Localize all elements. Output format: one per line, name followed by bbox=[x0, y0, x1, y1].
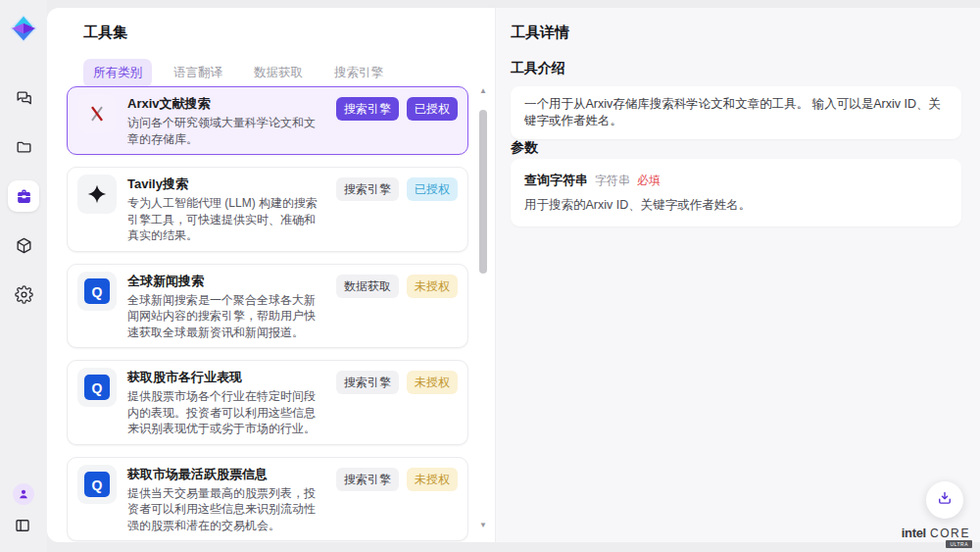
sidebar-item-folders[interactable] bbox=[8, 131, 39, 163]
intel-wordmark: intel bbox=[902, 526, 926, 540]
q-news-logo-icon: Q bbox=[77, 368, 117, 407]
intro-card: 一个用于从Arxiv存储库搜索科学论文和文章的工具。 输入可以是Arxiv ID… bbox=[511, 86, 961, 139]
tool-card-description: 全球新闻搜索是一个聚合全球各大新闻网站内容的搜索引擎，帮助用户快速获取全球最新资… bbox=[127, 292, 325, 341]
sidebar-bottom bbox=[13, 483, 34, 536]
tag-amber: 未授权 bbox=[407, 468, 458, 491]
tool-card-tags: 搜索引擎未授权 bbox=[336, 465, 458, 534]
intro-text: 一个用于从Arxiv存储库搜索科学论文和文章的工具。 输入可以是Arxiv ID… bbox=[524, 97, 941, 127]
chat-icon bbox=[15, 89, 33, 108]
tool-details-panel: 工具详情 工具介绍 一个用于从Arxiv存储库搜索科学论文和文章的工具。 输入可… bbox=[495, 8, 980, 542]
tool-card-description: 提供当天交易量最高的股票列表，投资者可以利用这些信息来识别流动性强的股票和潜在的… bbox=[127, 485, 325, 534]
folder-icon bbox=[15, 138, 33, 157]
tag-amber: 未授权 bbox=[407, 275, 458, 298]
sidebar-nav bbox=[8, 82, 39, 310]
scrollbar-track[interactable] bbox=[479, 96, 487, 521]
tool-card-description: 专为人工智能代理 (LLM) 构建的搜索引擎工具，可快速提供实时、准确和真实的结… bbox=[127, 195, 325, 244]
svg-text:Q: Q bbox=[92, 380, 103, 396]
tool-card-title: 获取市场最活跃股票信息 bbox=[127, 466, 325, 483]
tool-card-title: 获取股市各行业表现 bbox=[127, 369, 325, 386]
param-description: 用于搜索的Arxiv ID、关键字或作者姓名。 bbox=[524, 197, 948, 214]
tab-data[interactable]: 数据获取 bbox=[244, 59, 313, 87]
param-header-row: 查询字符串 字符串 必填 bbox=[524, 172, 948, 189]
sidebar-item-settings[interactable] bbox=[8, 278, 39, 310]
sparkle-star-icon bbox=[77, 175, 117, 214]
tool-card[interactable]: Q 获取股市各行业表现 提供股票市场各个行业在特定时间段内的表现。投资者可以利用… bbox=[67, 360, 468, 445]
sidebar-rail bbox=[0, 0, 47, 552]
tools-panel: 工具集 所有类别语言翻译数据获取搜索引擎 Arxiv文献搜索 访问各个研究领域大… bbox=[47, 8, 495, 542]
tool-card[interactable]: Arxiv文献搜索 访问各个研究领域大量科学论文和文章的存储库。 搜索引擎已授权 bbox=[67, 86, 468, 155]
tool-card-title: Arxiv文献搜索 bbox=[127, 95, 325, 113]
svg-text:Q: Q bbox=[92, 477, 103, 492]
category-tabs: 所有类别语言翻译数据获取搜索引擎 bbox=[83, 59, 393, 87]
q-news-logo-icon: Q bbox=[77, 465, 117, 504]
tab-all[interactable]: 所有类别 bbox=[83, 59, 152, 87]
user-icon[interactable] bbox=[13, 483, 34, 505]
tool-card-description: 访问各个研究领域大量科学论文和文章的存储库。 bbox=[127, 115, 325, 147]
sidebar-item-models[interactable] bbox=[8, 229, 39, 261]
sidebar-toggle-icon[interactable] bbox=[14, 517, 33, 536]
tag-gray: 搜索引擎 bbox=[336, 177, 399, 201]
tag-gray: 搜索引擎 bbox=[336, 468, 399, 491]
intro-heading: 工具介绍 bbox=[511, 60, 565, 77]
tag-purple: 已授权 bbox=[407, 97, 458, 121]
tag-purple: 搜索引擎 bbox=[336, 97, 399, 121]
param-name: 查询字符串 bbox=[524, 172, 588, 189]
param-card: 查询字符串 字符串 必填 用于搜索的Arxiv ID、关键字或作者姓名。 bbox=[511, 159, 961, 226]
tag-cyan: 已授权 bbox=[407, 177, 458, 201]
brand-diamond-logo bbox=[7, 10, 40, 47]
tag-gray: 数据获取 bbox=[336, 275, 399, 298]
param-required-badge: 必填 bbox=[637, 173, 661, 189]
params-heading: 参数 bbox=[511, 139, 538, 157]
q-news-logo-icon: Q bbox=[77, 272, 117, 311]
scrollbar-thumb[interactable] bbox=[479, 110, 487, 274]
tool-card[interactable]: Tavily搜索 专为人工智能代理 (LLM) 构建的搜索引擎工具，可快速提供实… bbox=[67, 167, 468, 252]
ultra-badge: ULTRA bbox=[946, 540, 972, 548]
svg-text:Q: Q bbox=[92, 283, 103, 299]
tool-card-tags: 数据获取未授权 bbox=[336, 272, 458, 341]
tool-list-scrollbar[interactable]: ▲ ▼ bbox=[477, 86, 489, 530]
download-icon bbox=[936, 489, 954, 511]
tool-card[interactable]: Q 全球新闻搜索 全球新闻搜索是一个聚合全球各大新闻网站内容的搜索引擎，帮助用户… bbox=[67, 264, 468, 349]
tool-list: Arxiv文献搜索 访问各个研究领域大量科学论文和文章的存储库。 搜索引擎已授权… bbox=[67, 86, 468, 542]
download-button[interactable] bbox=[926, 481, 963, 519]
intel-core-logo: intel COREULTRA bbox=[902, 526, 970, 540]
tools-panel-title: 工具集 bbox=[83, 24, 127, 42]
core-wordmark: COREULTRA bbox=[930, 527, 970, 540]
tool-card[interactable]: Q 获取市场最活跃股票信息 提供当天交易量最高的股票列表，投资者可以利用这些信息… bbox=[67, 457, 468, 542]
sidebar-item-chat[interactable] bbox=[8, 82, 39, 114]
tag-amber: 未授权 bbox=[407, 371, 458, 394]
main-surface: 工具集 所有类别语言翻译数据获取搜索引擎 Arxiv文献搜索 访问各个研究领域大… bbox=[47, 8, 980, 542]
scroll-down-icon[interactable]: ▼ bbox=[479, 521, 487, 530]
tool-card-tags: 搜索引擎已授权 bbox=[336, 94, 458, 147]
tab-search[interactable]: 搜索引擎 bbox=[324, 59, 393, 87]
app-window: 工具集 所有类别语言翻译数据获取搜索引擎 Arxiv文献搜索 访问各个研究领域大… bbox=[0, 0, 980, 552]
tool-card-title: 全球新闻搜索 bbox=[127, 273, 325, 290]
tool-card-tags: 搜索引擎已授权 bbox=[336, 175, 458, 244]
param-type: 字符串 bbox=[595, 173, 630, 189]
tool-card-description: 提供股票市场各个行业在特定时间段内的表现。投资者可以利用这些信息来识别表现优于或… bbox=[127, 388, 325, 437]
gear-icon bbox=[15, 285, 33, 304]
cube-icon bbox=[15, 236, 33, 255]
tool-card-title: Tavily搜索 bbox=[127, 176, 325, 193]
toolbox-icon bbox=[15, 187, 33, 206]
scroll-up-icon[interactable]: ▲ bbox=[479, 86, 487, 96]
arxiv-logo-icon bbox=[77, 94, 117, 133]
sidebar-item-tools[interactable] bbox=[8, 180, 39, 212]
tab-translation[interactable]: 语言翻译 bbox=[164, 59, 232, 87]
tag-gray: 搜索引擎 bbox=[336, 371, 399, 394]
tool-card-tags: 搜索引擎未授权 bbox=[336, 368, 458, 437]
tool-details-title: 工具详情 bbox=[511, 24, 569, 42]
